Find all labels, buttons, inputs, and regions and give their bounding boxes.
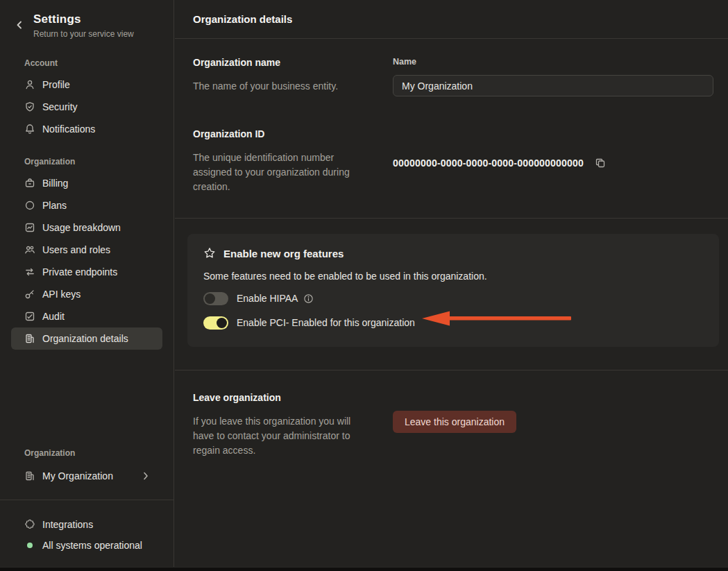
- copy-button[interactable]: [595, 157, 606, 169]
- sidebar-item-label: Users and roles: [42, 244, 110, 255]
- pci-toggle-row: Enable PCI- Enabled for this organizatio…: [203, 315, 703, 330]
- key-icon: [24, 289, 35, 300]
- back-button[interactable]: [11, 17, 28, 33]
- hipaa-toggle-label: Enable HIPAA: [237, 293, 298, 304]
- sidebar-item-usage-breakdown[interactable]: Usage breakdown: [11, 216, 162, 239]
- shield-icon: [24, 101, 35, 112]
- main-panel: Organization details Organization name T…: [175, 0, 728, 567]
- sidebar-item-label: Audit: [42, 311, 65, 322]
- leave-org-description: If you leave this organization you will …: [193, 414, 368, 458]
- sidebar-item-organization-details[interactable]: Organization details: [11, 327, 162, 350]
- chevron-left-icon: [16, 21, 23, 29]
- features-card: Enable new org features Some features ne…: [187, 234, 719, 347]
- circle-icon: [24, 200, 35, 211]
- features-description: Some features need to be enabled to be u…: [203, 271, 703, 282]
- section-divider: [175, 218, 728, 219]
- sidebar-item-label: Organization details: [42, 333, 128, 344]
- org-switcher-name: My Organization: [42, 470, 113, 481]
- pci-toggle-label: Enable PCI- Enabled for this organizatio…: [237, 317, 415, 328]
- sidebar-item-notifications[interactable]: Notifications: [11, 118, 162, 140]
- building-icon: [24, 333, 35, 344]
- window-bottom-edge: [0, 567, 728, 571]
- person-icon: [24, 79, 35, 90]
- integrations-label: Integrations: [42, 519, 93, 530]
- info-icon[interactable]: [303, 293, 314, 304]
- sidebar-item-audit[interactable]: Audit: [11, 305, 162, 327]
- page-title: Organization details: [193, 13, 292, 25]
- chart-icon: [24, 222, 35, 233]
- section-label-organization: Organization: [24, 157, 173, 167]
- leave-org-section: Leave organization If you leave this org…: [193, 392, 713, 458]
- org-switcher[interactable]: My Organization: [11, 465, 162, 487]
- star-icon: [203, 247, 216, 259]
- main-header: Organization details: [175, 0, 728, 39]
- section-label-account: Account: [24, 58, 173, 68]
- sidebar-item-label: API keys: [42, 289, 81, 300]
- sidebar-item-label: Private endpoints: [42, 266, 117, 278]
- org-id-description: The unique identification number assigne…: [193, 151, 366, 194]
- hipaa-toggle[interactable]: [203, 292, 228, 305]
- org-switcher-label: Organization: [24, 448, 173, 458]
- sidebar-item-label: Profile: [42, 79, 70, 90]
- integrations-link[interactable]: Integrations: [0, 514, 173, 535]
- swap-arrows-icon: [24, 266, 35, 278]
- name-field-label: Name: [393, 57, 713, 67]
- people-icon: [24, 244, 35, 255]
- system-status[interactable]: All systems operational: [0, 535, 173, 556]
- building-icon: [24, 470, 35, 481]
- sidebar-item-label: Notifications: [42, 123, 95, 135]
- sidebar-item-label: Security: [42, 101, 78, 112]
- org-name-section: Organization name The name of your busin…: [193, 57, 713, 96]
- hipaa-toggle-row: Enable HIPAA: [203, 291, 703, 306]
- sidebar-item-api-keys[interactable]: API keys: [11, 283, 162, 305]
- section-divider: [175, 370, 728, 370]
- sidebar-item-security[interactable]: Security: [11, 96, 162, 118]
- status-label: All systems operational: [42, 540, 142, 551]
- settings-app: Settings Return to your service view Acc…: [0, 0, 728, 571]
- org-name-description: The name of your business entity.: [193, 79, 393, 94]
- sidebar: Settings Return to your service view Acc…: [0, 0, 174, 567]
- pci-toggle[interactable]: [203, 316, 228, 330]
- chevron-right-icon: [143, 472, 149, 480]
- bell-icon: [24, 123, 35, 135]
- puzzle-icon: [24, 519, 35, 530]
- leave-organization-button[interactable]: Leave this organization: [393, 411, 516, 433]
- org-id-value: 00000000-0000-0000-0000-000000000000: [393, 157, 584, 169]
- sidebar-item-billing[interactable]: Billing: [11, 172, 162, 194]
- sidebar-item-users-and-roles[interactable]: Users and roles: [11, 239, 162, 261]
- sidebar-header: Settings Return to your service view: [0, 0, 173, 39]
- sidebar-item-profile[interactable]: Profile: [11, 74, 162, 96]
- status-dot-icon: [27, 543, 33, 548]
- sidebar-item-label: Billing: [42, 178, 68, 189]
- org-name-input[interactable]: [393, 75, 713, 96]
- org-id-section: Organization ID The unique identificatio…: [193, 128, 713, 194]
- org-id-title: Organization ID: [193, 128, 393, 139]
- leave-org-title: Leave organization: [193, 392, 393, 403]
- sidebar-title: Settings: [33, 12, 134, 26]
- sidebar-item-private-endpoints[interactable]: Private endpoints: [11, 261, 162, 283]
- sidebar-subtitle[interactable]: Return to your service view: [33, 29, 134, 39]
- features-title: Enable new org features: [223, 248, 344, 259]
- billing-icon: [24, 178, 35, 189]
- sidebar-item-plans[interactable]: Plans: [11, 194, 162, 216]
- audit-icon: [24, 311, 35, 322]
- org-name-title: Organization name: [193, 57, 393, 68]
- sidebar-item-label: Usage breakdown: [42, 222, 121, 233]
- sidebar-item-label: Plans: [42, 200, 67, 211]
